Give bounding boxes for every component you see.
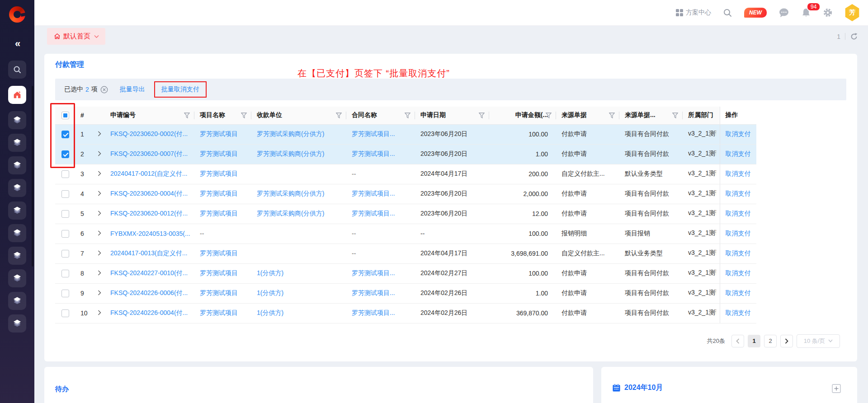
payee-link[interactable]: 1(分供方) [257, 309, 283, 316]
expand-row-icon[interactable] [98, 151, 101, 156]
filter-icon[interactable] [609, 112, 615, 120]
gear-icon[interactable] [823, 8, 833, 18]
cancel-payment-link[interactable]: 取消支付 [726, 309, 751, 316]
avatar[interactable]: 芳 [844, 4, 860, 21]
payee-link[interactable]: 罗芳测试采购商(分供方) [257, 190, 324, 197]
expand-row-icon[interactable] [98, 230, 101, 236]
batch-export-button[interactable]: 批量导出 [120, 85, 145, 94]
collapse-sidebar-icon[interactable]: « [15, 39, 19, 49]
contract-link[interactable]: 罗芳测试项目... [352, 210, 395, 217]
expand-row-icon[interactable] [98, 250, 101, 256]
sidebar-item-module-1[interactable] [8, 111, 26, 129]
expand-row-icon[interactable] [98, 191, 101, 196]
prev-page-button[interactable] [731, 335, 744, 347]
contract-link[interactable]: 罗芳测试项目... [352, 269, 395, 276]
batch-cancel-payment-button[interactable]: 批量取消支付 [154, 81, 207, 98]
application-code-link[interactable]: FKSQ-20230620-0012(付... [110, 210, 188, 217]
row-checkbox[interactable] [61, 309, 69, 317]
new-badge[interactable]: NEW [744, 8, 767, 18]
project-link[interactable]: 罗芳测试项目 [200, 210, 238, 217]
payee-link[interactable]: 1(分供方) [257, 269, 283, 276]
application-code-link[interactable]: 20240417-0012(自定义付... [110, 170, 187, 177]
project-link[interactable]: 罗芳测试项目 [200, 249, 238, 257]
expand-row-icon[interactable] [98, 211, 101, 216]
messages-icon[interactable] [778, 8, 789, 18]
row-checkbox[interactable] [61, 210, 69, 218]
payee-link[interactable]: 1(分供方) [257, 289, 283, 296]
application-code-link[interactable]: FYBXMX-20240513-0035(... [110, 230, 190, 237]
application-code-link[interactable]: FKSQ-20230620-0002(付... [110, 130, 188, 137]
cancel-payment-link[interactable]: 取消支付 [726, 269, 751, 276]
project-link[interactable]: 罗芳测试项目 [200, 289, 238, 296]
filter-icon[interactable] [672, 112, 678, 120]
scheme-center-button[interactable]: 方案中心 [676, 9, 711, 17]
sidebar-item-module-9[interactable] [8, 292, 26, 310]
filter-icon[interactable] [546, 112, 552, 120]
project-link[interactable]: 罗芳测试项目 [200, 170, 238, 177]
cancel-payment-link[interactable]: 取消支付 [726, 249, 751, 257]
application-code-link[interactable]: FKSQ-20230620-0007(付... [110, 150, 188, 157]
application-code-link[interactable]: FKSQ-20230620-0004(付... [110, 190, 188, 197]
row-checkbox[interactable] [61, 250, 69, 258]
payee-link[interactable]: 罗芳测试采购商(分供方) [257, 130, 324, 137]
add-event-icon[interactable] [832, 384, 841, 393]
sidebar-item-module-7[interactable] [8, 247, 26, 265]
payee-link[interactable]: 罗芳测试采购商(分供方) [257, 150, 324, 157]
application-code-link[interactable]: FKSQ-20240226-0004(付... [110, 309, 188, 316]
expand-row-icon[interactable] [98, 270, 101, 276]
select-all-checkbox[interactable] [61, 112, 69, 119]
project-link[interactable]: 罗芳测试项目 [200, 130, 238, 137]
application-code-link[interactable]: 20240417-0013(自定义付... [110, 249, 187, 257]
filter-icon[interactable] [405, 112, 410, 120]
filter-icon[interactable] [336, 112, 342, 120]
sidebar-item-module-2[interactable] [8, 134, 26, 152]
application-code-link[interactable]: FKSQ-20240226-0006(付... [110, 289, 188, 296]
expand-row-icon[interactable] [98, 171, 101, 176]
sidebar-item-module-10[interactable] [8, 314, 26, 333]
page-size-select[interactable]: 10 条/页 [797, 334, 840, 348]
expand-row-icon[interactable] [98, 310, 101, 315]
row-checkbox[interactable] [61, 170, 69, 178]
search-icon[interactable] [723, 8, 732, 18]
filter-icon[interactable] [479, 112, 485, 120]
row-checkbox[interactable] [61, 290, 69, 297]
cancel-payment-link[interactable]: 取消支付 [726, 190, 751, 197]
sidebar-item-module-6[interactable] [8, 224, 26, 242]
row-checkbox[interactable] [61, 131, 69, 138]
row-checkbox[interactable] [61, 230, 69, 238]
row-checkbox[interactable] [61, 150, 69, 158]
project-link[interactable]: 罗芳测试项目 [200, 190, 238, 197]
contract-link[interactable]: 罗芳测试项目... [352, 289, 395, 296]
application-code-link[interactable]: FKSQ-20240227-0010(付... [110, 269, 188, 276]
project-link[interactable]: 罗芳测试项目 [200, 269, 238, 276]
sidebar-search-button[interactable] [8, 61, 26, 79]
payee-link[interactable]: 罗芳测试采购商(分供方) [257, 210, 324, 217]
contract-link[interactable]: 罗芳测试项目... [352, 309, 395, 316]
expand-row-icon[interactable] [98, 290, 101, 295]
contract-link[interactable]: 罗芳测试项目... [352, 150, 395, 157]
sidebar-item-module-5[interactable] [8, 202, 26, 220]
page-1-button[interactable]: 1 [748, 335, 760, 347]
sidebar-item-module-8[interactable] [8, 269, 26, 287]
filter-icon[interactable] [241, 112, 247, 120]
notifications-bell[interactable]: 94 [801, 8, 811, 18]
cancel-payment-link[interactable]: 取消支付 [726, 130, 751, 137]
cancel-payment-link[interactable]: 取消支付 [726, 289, 751, 296]
sidebar-scrollbar[interactable] [32, 86, 33, 267]
project-link[interactable]: 罗芳测试项目 [200, 150, 238, 157]
contract-link[interactable]: 罗芳测试项目... [352, 190, 395, 197]
sidebar-item-home[interactable] [8, 86, 26, 104]
cancel-payment-link[interactable]: 取消支付 [726, 210, 751, 217]
clear-selection-icon[interactable] [100, 86, 108, 94]
expand-row-icon[interactable] [98, 131, 101, 136]
row-checkbox[interactable] [61, 190, 69, 198]
cancel-payment-link[interactable]: 取消支付 [726, 230, 751, 237]
refresh-icon[interactable] [850, 33, 858, 41]
cancel-payment-link[interactable]: 取消支付 [726, 150, 751, 157]
page-2-button[interactable]: 2 [764, 335, 777, 347]
sidebar-item-module-4[interactable] [8, 179, 26, 197]
contract-link[interactable]: 罗芳测试项目... [352, 130, 395, 137]
cancel-payment-link[interactable]: 取消支付 [726, 170, 751, 177]
tab-default-home[interactable]: 默认首页 [47, 28, 105, 45]
next-page-button[interactable] [780, 335, 793, 347]
